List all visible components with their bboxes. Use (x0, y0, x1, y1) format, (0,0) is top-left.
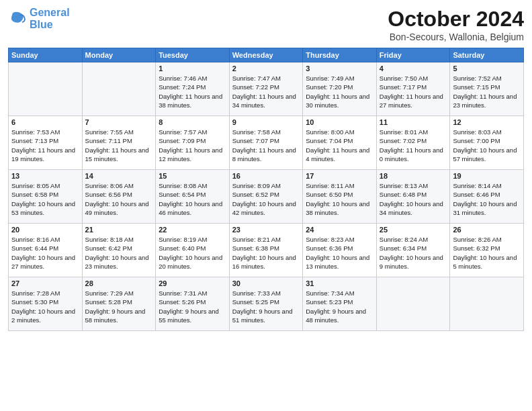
calendar-cell: 5Sunrise: 7:52 AM Sunset: 7:15 PM Daylig… (450, 62, 524, 116)
day-info: Sunrise: 7:49 AM Sunset: 7:20 PM Dayligh… (306, 74, 373, 109)
calendar-cell: 30Sunrise: 7:33 AM Sunset: 5:25 PM Dayli… (229, 277, 303, 331)
day-number: 27 (11, 279, 79, 287)
logo: General Blue (8, 7, 70, 30)
day-number: 10 (306, 118, 373, 126)
day-info: Sunrise: 7:58 AM Sunset: 7:07 PM Dayligh… (232, 128, 300, 163)
day-info: Sunrise: 8:16 AM Sunset: 6:44 PM Dayligh… (11, 235, 79, 271)
calendar-table: SundayMondayTuesdayWednesdayThursdayFrid… (8, 48, 524, 331)
day-number: 11 (380, 118, 447, 126)
calendar-cell: 25Sunrise: 8:24 AM Sunset: 6:34 PM Dayli… (376, 224, 450, 277)
calendar-cell: 2Sunrise: 7:47 AM Sunset: 7:22 PM Daylig… (229, 62, 303, 116)
day-number: 12 (453, 118, 521, 126)
subtitle: Bon-Secours, Wallonia, Belgium (388, 32, 524, 42)
title-block: October 2024 Bon-Secours, Wallonia, Belg… (388, 7, 524, 42)
calendar-cell: 4Sunrise: 7:50 AM Sunset: 7:17 PM Daylig… (376, 62, 450, 116)
weekday-header: Thursday (303, 48, 377, 62)
weekday-header: Saturday (450, 48, 524, 62)
day-info: Sunrise: 7:34 AM Sunset: 5:23 PM Dayligh… (306, 289, 373, 324)
calendar-cell (9, 62, 83, 116)
day-number: 22 (159, 226, 226, 234)
calendar-cell: 18Sunrise: 8:13 AM Sunset: 6:48 PM Dayli… (376, 170, 450, 224)
logo-general: General (30, 7, 70, 18)
day-info: Sunrise: 7:46 AM Sunset: 7:24 PM Dayligh… (159, 74, 226, 109)
calendar-cell: 11Sunrise: 8:01 AM Sunset: 7:02 PM Dayli… (376, 116, 450, 170)
weekday-header: Friday (376, 48, 450, 62)
day-number: 25 (380, 226, 447, 234)
day-info: Sunrise: 8:06 AM Sunset: 6:56 PM Dayligh… (85, 181, 153, 217)
calendar-body: 1Sunrise: 7:46 AM Sunset: 7:24 PM Daylig… (9, 62, 524, 331)
day-info: Sunrise: 8:09 AM Sunset: 6:52 PM Dayligh… (232, 181, 300, 217)
day-number: 14 (85, 172, 153, 180)
day-number: 26 (453, 226, 521, 234)
day-info: Sunrise: 7:29 AM Sunset: 5:28 PM Dayligh… (85, 289, 153, 324)
day-info: Sunrise: 7:33 AM Sunset: 5:25 PM Dayligh… (232, 289, 300, 324)
day-info: Sunrise: 8:14 AM Sunset: 6:46 PM Dayligh… (453, 181, 521, 217)
day-info: Sunrise: 8:19 AM Sunset: 6:40 PM Dayligh… (159, 235, 226, 271)
day-info: Sunrise: 7:50 AM Sunset: 7:17 PM Dayligh… (380, 74, 447, 109)
calendar-cell: 23Sunrise: 8:21 AM Sunset: 6:38 PM Dayli… (229, 224, 303, 277)
day-info: Sunrise: 7:28 AM Sunset: 5:30 PM Dayligh… (11, 289, 79, 324)
day-info: Sunrise: 8:21 AM Sunset: 6:38 PM Dayligh… (232, 235, 300, 271)
calendar-cell: 20Sunrise: 8:16 AM Sunset: 6:44 PM Dayli… (9, 224, 83, 277)
day-number: 15 (159, 172, 226, 180)
weekday-header: Sunday (9, 48, 83, 62)
calendar-cell: 19Sunrise: 8:14 AM Sunset: 6:46 PM Dayli… (450, 170, 524, 224)
logo-icon (8, 9, 27, 28)
weekday-header: Tuesday (156, 48, 230, 62)
calendar-cell: 10Sunrise: 8:00 AM Sunset: 7:04 PM Dayli… (303, 116, 377, 170)
calendar-cell: 15Sunrise: 8:08 AM Sunset: 6:54 PM Dayli… (156, 170, 230, 224)
day-info: Sunrise: 8:23 AM Sunset: 6:36 PM Dayligh… (306, 235, 373, 271)
day-info: Sunrise: 7:55 AM Sunset: 7:11 PM Dayligh… (85, 128, 153, 163)
day-number: 2 (232, 64, 300, 73)
calendar-cell: 3Sunrise: 7:49 AM Sunset: 7:20 PM Daylig… (303, 62, 377, 116)
logo-blue: Blue (30, 19, 53, 30)
day-number: 30 (232, 279, 300, 287)
day-info: Sunrise: 8:26 AM Sunset: 6:32 PM Dayligh… (453, 235, 521, 271)
day-number: 5 (453, 64, 521, 73)
calendar-cell: 17Sunrise: 8:11 AM Sunset: 6:50 PM Dayli… (303, 170, 377, 224)
calendar-header: SundayMondayTuesdayWednesdayThursdayFrid… (9, 48, 524, 62)
day-number: 3 (306, 64, 373, 73)
calendar-cell: 9Sunrise: 7:58 AM Sunset: 7:07 PM Daylig… (229, 116, 303, 170)
calendar-cell: 6Sunrise: 7:53 AM Sunset: 7:13 PM Daylig… (9, 116, 83, 170)
day-info: Sunrise: 8:01 AM Sunset: 7:02 PM Dayligh… (380, 128, 447, 163)
calendar-cell: 27Sunrise: 7:28 AM Sunset: 5:30 PM Dayli… (9, 277, 83, 331)
day-number: 18 (380, 172, 447, 180)
calendar-cell: 29Sunrise: 7:31 AM Sunset: 5:26 PM Dayli… (156, 277, 230, 331)
day-number: 13 (11, 172, 79, 180)
day-info: Sunrise: 8:24 AM Sunset: 6:34 PM Dayligh… (380, 235, 447, 271)
calendar-cell (82, 62, 156, 116)
day-info: Sunrise: 7:57 AM Sunset: 7:09 PM Dayligh… (159, 128, 226, 163)
day-info: Sunrise: 8:08 AM Sunset: 6:54 PM Dayligh… (159, 181, 226, 217)
calendar-cell: 1Sunrise: 7:46 AM Sunset: 7:24 PM Daylig… (156, 62, 230, 116)
calendar-cell: 22Sunrise: 8:19 AM Sunset: 6:40 PM Dayli… (156, 224, 230, 277)
day-info: Sunrise: 7:52 AM Sunset: 7:15 PM Dayligh… (453, 74, 521, 109)
calendar-week-row: 13Sunrise: 8:05 AM Sunset: 6:58 PM Dayli… (9, 170, 524, 224)
day-number: 16 (232, 172, 300, 180)
day-number: 4 (380, 64, 447, 73)
calendar-cell: 26Sunrise: 8:26 AM Sunset: 6:32 PM Dayli… (450, 224, 524, 277)
day-number: 7 (85, 118, 153, 126)
day-number: 8 (159, 118, 226, 126)
calendar-cell: 24Sunrise: 8:23 AM Sunset: 6:36 PM Dayli… (303, 224, 377, 277)
weekday-header: Wednesday (229, 48, 303, 62)
calendar-cell: 21Sunrise: 8:18 AM Sunset: 6:42 PM Dayli… (82, 224, 156, 277)
calendar-cell: 16Sunrise: 8:09 AM Sunset: 6:52 PM Dayli… (229, 170, 303, 224)
day-number: 31 (306, 279, 373, 287)
calendar-cell: 8Sunrise: 7:57 AM Sunset: 7:09 PM Daylig… (156, 116, 230, 170)
calendar-week-row: 6Sunrise: 7:53 AM Sunset: 7:13 PM Daylig… (9, 116, 524, 170)
day-info: Sunrise: 7:47 AM Sunset: 7:22 PM Dayligh… (232, 74, 300, 109)
calendar-cell: 7Sunrise: 7:55 AM Sunset: 7:11 PM Daylig… (82, 116, 156, 170)
calendar-week-row: 1Sunrise: 7:46 AM Sunset: 7:24 PM Daylig… (9, 62, 524, 116)
calendar-cell: 14Sunrise: 8:06 AM Sunset: 6:56 PM Dayli… (82, 170, 156, 224)
day-number: 21 (85, 226, 153, 234)
day-number: 28 (85, 279, 153, 287)
day-info: Sunrise: 8:18 AM Sunset: 6:42 PM Dayligh… (85, 235, 153, 271)
day-number: 19 (453, 172, 521, 180)
calendar-cell: 12Sunrise: 8:03 AM Sunset: 7:00 PM Dayli… (450, 116, 524, 170)
day-info: Sunrise: 8:05 AM Sunset: 6:58 PM Dayligh… (11, 181, 79, 217)
day-number: 24 (306, 226, 373, 234)
day-info: Sunrise: 8:03 AM Sunset: 7:00 PM Dayligh… (453, 128, 521, 163)
page-container: General Blue October 2024 Bon-Secours, W… (0, 0, 532, 338)
day-number: 17 (306, 172, 373, 180)
